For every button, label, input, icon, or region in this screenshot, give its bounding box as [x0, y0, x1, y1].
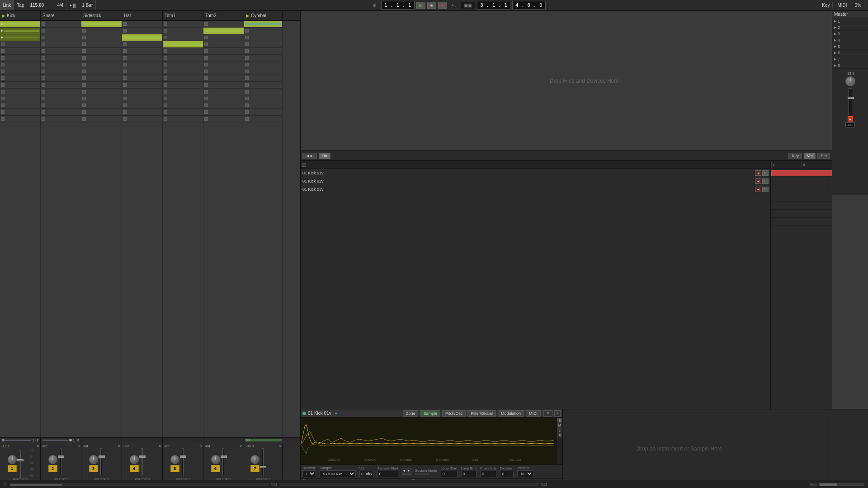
drum-cell[interactable] — [203, 48, 244, 55]
drum-cell[interactable] — [81, 102, 122, 109]
return-4[interactable]: 4 — [832, 37, 868, 43]
drum-cell[interactable] — [203, 95, 244, 102]
tom2-col-header[interactable]: Tom2 — [203, 11, 244, 20]
drum-cell[interactable] — [203, 109, 244, 116]
return-8[interactable]: 8 — [832, 62, 868, 69]
drum-cell[interactable] — [41, 48, 81, 55]
drum-cell[interactable] — [203, 102, 244, 109]
bottom-left-btn[interactable] — [4, 483, 7, 486]
drum-cell[interactable] — [41, 68, 81, 75]
track-3-solo[interactable]: S — [762, 187, 769, 192]
drum-cell[interactable] — [0, 55, 40, 61]
drum-cell[interactable] — [163, 55, 203, 61]
filter-tab[interactable]: Filter/Global — [467, 410, 496, 417]
drum-cell[interactable] — [122, 75, 162, 82]
return-6[interactable]: 6 — [832, 50, 868, 56]
arr-lin-button[interactable]: Lin — [319, 153, 330, 159]
drum-cell[interactable] — [203, 41, 244, 48]
drum-cell[interactable] — [163, 61, 203, 68]
drum-cell[interactable] — [81, 68, 122, 75]
drum-cell[interactable] — [0, 68, 40, 75]
stop-button[interactable]: ■ — [427, 2, 436, 9]
drum-cell[interactable] — [244, 61, 282, 68]
ss-dec[interactable]: ◄ — [402, 469, 406, 475]
drum-cell[interactable] — [163, 41, 203, 48]
master-fader-handle[interactable] — [848, 97, 854, 99]
arrange-record-button[interactable]: ⊕ — [370, 2, 379, 9]
drum-cell[interactable] — [81, 34, 122, 41]
drum-cell[interactable] — [0, 82, 40, 89]
drum-cell[interactable] — [244, 68, 282, 75]
drum-cell[interactable] — [41, 82, 81, 89]
tap-button[interactable]: Tap — [14, 0, 27, 10]
play-button[interactable]: ▶ — [416, 2, 425, 9]
ch2-fader[interactable] — [58, 455, 64, 458]
loop-end-value[interactable]: 0 — [461, 471, 476, 477]
ch6-fader[interactable] — [221, 455, 227, 458]
drum-cell[interactable] — [244, 95, 282, 102]
snare-col-header[interactable]: Snare — [41, 11, 81, 20]
drum-cell[interactable] — [81, 75, 122, 82]
drum-cell[interactable] — [122, 55, 162, 61]
kick-col-header[interactable]: ▶ Kick — [0, 11, 41, 20]
drum-cell[interactable] — [163, 34, 203, 41]
drum-cell[interactable] — [163, 28, 203, 34]
ch4-pan-knob[interactable] — [130, 455, 139, 464]
sustain-value[interactable] — [415, 473, 429, 475]
key-button[interactable]: Key — [819, 2, 833, 9]
drum-cell[interactable] — [244, 109, 282, 116]
device-drop-area[interactable]: Drop Files and Devices Here — [301, 11, 868, 151]
drum-cell[interactable] — [203, 116, 244, 122]
drum-cell[interactable] — [0, 116, 40, 122]
bpm-display[interactable]: 115.00 — [27, 0, 54, 10]
drum-cell[interactable] — [203, 34, 244, 41]
ch1-pan-knob[interactable] — [8, 455, 17, 464]
add-track-button[interactable]: +↓ — [449, 2, 460, 9]
drum-cell[interactable] — [0, 75, 40, 82]
drum-cell[interactable] — [81, 61, 122, 68]
drum-cell[interactable] — [163, 21, 203, 28]
ch5-pan-knob[interactable] — [170, 455, 179, 464]
wf-btn-m[interactable]: M — [557, 423, 562, 427]
record-button[interactable]: ● — [438, 2, 447, 9]
drum-cell[interactable] — [81, 109, 122, 116]
sample-select[interactable]: 01 Kick 01v — [320, 470, 356, 477]
bottom-scrollbar[interactable] — [9, 483, 269, 486]
drum-cell[interactable] — [163, 102, 203, 109]
drum-cell[interactable] — [122, 41, 162, 48]
drum-cell[interactable] — [244, 102, 282, 109]
drum-cell[interactable] — [163, 109, 203, 116]
track-2-solo[interactable]: S — [762, 178, 769, 184]
vel-view-btn[interactable]: Vel — [804, 153, 816, 159]
arr-back-button[interactable]: ◄► — [302, 153, 317, 159]
track-1-arm[interactable]: ◀ — [755, 170, 761, 176]
sampler-close[interactable]: × — [554, 410, 561, 417]
drum-cell[interactable] — [244, 41, 282, 48]
master-pan-knob[interactable] — [845, 76, 855, 86]
drum-cell[interactable] — [41, 28, 81, 34]
cymbal-col-header[interactable]: ▶ Cymbal — [244, 11, 283, 20]
drum-cell[interactable] — [81, 55, 122, 61]
return-3[interactable]: 3 — [832, 31, 868, 37]
drum-cell[interactable] — [41, 41, 81, 48]
drum-cell[interactable] — [203, 21, 244, 28]
track-2-arm[interactable]: ◀ — [755, 178, 761, 184]
drum-cell[interactable] — [0, 109, 40, 116]
ch2-pan-knob[interactable] — [48, 455, 57, 464]
drum-cell[interactable] — [163, 89, 203, 95]
key-view-btn[interactable]: Key — [788, 153, 802, 159]
set-view-btn[interactable]: Set — [817, 153, 830, 159]
drum-cell[interactable] — [41, 95, 81, 102]
ch3-fader[interactable] — [99, 455, 105, 458]
drum-cell[interactable] — [41, 75, 81, 82]
drum-cell[interactable] — [81, 95, 122, 102]
drum-cell[interactable] — [122, 95, 162, 102]
drum-cell[interactable] — [163, 95, 203, 102]
drum-cell[interactable]: ▶ — [0, 28, 40, 34]
wf-btn-l[interactable]: L — [557, 428, 562, 432]
drum-cell[interactable] — [203, 61, 244, 68]
ch7-pan-knob[interactable] — [250, 455, 259, 464]
ch6-pan-knob[interactable] — [211, 455, 220, 464]
drum-cell[interactable] — [81, 116, 122, 122]
bottom-piano-roll[interactable] — [279, 483, 539, 486]
